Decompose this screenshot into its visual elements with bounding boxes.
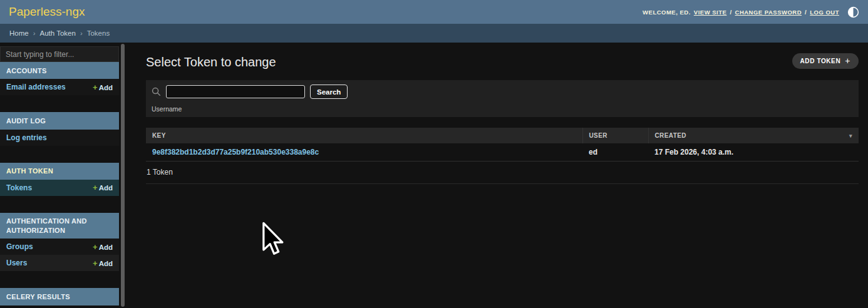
object-count: 1 Token: [146, 162, 859, 184]
app-header: Paperless-ngx WELCOME, ED. VIEW SITE / C…: [0, 0, 868, 24]
search-field-label: Username: [152, 105, 853, 113]
breadcrumb: Home › Auth Token › Tokens: [0, 24, 868, 43]
breadcrumb-current: Tokens: [87, 29, 110, 37]
sidebar-item-label[interactable]: Groups: [6, 242, 33, 251]
breadcrumb-auth-token[interactable]: Auth Token: [40, 29, 76, 37]
sidebar-item-log-entries[interactable]: Log entries: [0, 130, 119, 146]
search-button[interactable]: Search: [310, 85, 348, 99]
token-key-link[interactable]: 9e8f382bd1b2d3d77a25b9f210ab530e338a9e8c: [152, 148, 319, 157]
section-title: AUDIT LOG: [0, 112, 119, 129]
sidebar-section-celery-results: CELERY RESULTS: [0, 288, 119, 305]
section-title: AUTH TOKEN: [0, 163, 119, 180]
add-group-link[interactable]: +Add: [93, 242, 113, 252]
sidebar-item-label[interactable]: Users: [6, 259, 27, 267]
sidebar-filter-input[interactable]: [0, 46, 119, 62]
search-input[interactable]: [166, 85, 305, 98]
add-icon: +: [93, 83, 98, 92]
sort-options-icon[interactable]: ▾: [849, 133, 852, 139]
column-header-created[interactable]: CREATED ▾: [648, 128, 859, 143]
column-header-user[interactable]: USER: [582, 128, 648, 143]
token-user-cell: ed: [582, 143, 648, 162]
breadcrumb-separator: ›: [80, 29, 83, 37]
section-title: ACCOUNTS: [0, 62, 119, 79]
section-title: CELERY RESULTS: [0, 288, 119, 305]
user-tools: WELCOME, ED. VIEW SITE / CHANGE PASSWORD…: [643, 6, 859, 18]
view-site-link[interactable]: VIEW SITE: [694, 9, 727, 16]
sidebar-item-groups[interactable]: Groups +Add: [0, 239, 119, 255]
column-header-key[interactable]: KEY: [146, 128, 582, 143]
add-icon: +: [93, 183, 98, 192]
search-module: Search Username: [146, 80, 859, 117]
add-token-link[interactable]: +Add: [93, 183, 113, 192]
sidebar-section-auth-token: AUTH TOKEN Tokens +Add: [0, 163, 119, 196]
main-content: Select Token to change ADD TOKEN + Searc…: [128, 43, 868, 308]
add-icon: +: [93, 242, 98, 252]
log-out-link[interactable]: LOG OUT: [810, 9, 839, 16]
table-header-row: KEY USER CREATED ▾: [146, 128, 859, 143]
sidebar-item-email-addresses[interactable]: Email addresses +Add: [0, 79, 119, 95]
theme-toggle-icon[interactable]: [847, 6, 859, 18]
sidebar-section-audit-log: AUDIT LOG Log entries: [0, 112, 119, 145]
token-created-cell: 17 Feb 2026, 4:03 a.m.: [648, 143, 859, 162]
search-icon: [152, 87, 161, 96]
sidebar-scrollbar[interactable]: [121, 44, 125, 307]
welcome-text: WELCOME, ED.: [643, 9, 691, 16]
table-row: 9e8f382bd1b2d3d77a25b9f210ab530e338a9e8c…: [146, 143, 859, 162]
section-title: AUTHENTICATION AND AUTHORIZATION: [0, 213, 119, 239]
sidebar-item-users[interactable]: Users +Add: [0, 255, 119, 271]
link-separator: /: [730, 9, 731, 16]
sidebar-item-label[interactable]: Email addresses: [6, 83, 66, 91]
page-title: Select Token to change: [146, 55, 276, 69]
add-token-button[interactable]: ADD TOKEN +: [792, 53, 859, 69]
link-separator: /: [805, 9, 807, 16]
add-icon: +: [93, 259, 98, 268]
token-table: KEY USER CREATED ▾ 9e8f382bd1b2d3d77a25b…: [146, 128, 859, 162]
sidebar-item-label[interactable]: Tokens: [6, 183, 32, 192]
brand-logo[interactable]: Paperless-ngx: [9, 5, 85, 19]
change-password-link[interactable]: CHANGE PASSWORD: [735, 9, 802, 16]
sidebar-section-accounts: ACCOUNTS Email addresses +Add: [0, 62, 119, 95]
sidebar-item-label[interactable]: Log entries: [6, 133, 47, 142]
add-user-link[interactable]: +Add: [93, 259, 113, 268]
add-email-address-link[interactable]: +Add: [93, 83, 113, 92]
sidebar-item-tokens[interactable]: Tokens +Add: [0, 180, 119, 196]
plus-icon: +: [845, 56, 850, 66]
breadcrumb-home[interactable]: Home: [9, 29, 29, 37]
sidebar-section-authentication: AUTHENTICATION AND AUTHORIZATION Groups …: [0, 213, 119, 272]
breadcrumb-separator: ›: [33, 29, 36, 37]
nav-sidebar: ACCOUNTS Email addresses +Add AUDIT LOG …: [0, 43, 128, 308]
